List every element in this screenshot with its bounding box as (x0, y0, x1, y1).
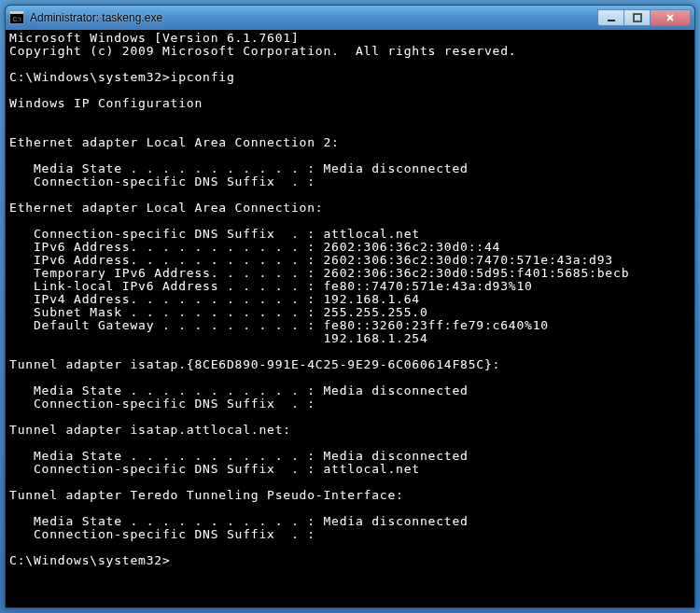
console-line (9, 215, 691, 228)
console-line: Connection-specific DNS Suffix . : attlo… (9, 228, 691, 241)
console-line: C:\Windows\system32>ipconfig (9, 71, 691, 84)
console-line: IPv6 Address. . . . . . . . . . . : 2602… (9, 254, 691, 267)
console-line: Tunnel adapter isatap.{8CE6D890-991E-4C2… (9, 358, 691, 371)
console-line (9, 123, 691, 136)
console-line (9, 188, 691, 202)
console-line: IPv6 Address. . . . . . . . . . . : 2602… (9, 241, 691, 254)
console-line (9, 411, 691, 424)
console-line (9, 502, 691, 515)
svg-rect-1 (634, 14, 641, 21)
console-line (9, 110, 691, 123)
console-line: Ethernet adapter Local Area Connection 2… (9, 136, 691, 149)
console-line: 192.168.1.254 (9, 332, 691, 345)
titlebar[interactable]: C:\ Administrator: taskeng.exe (6, 6, 694, 30)
console-line: Connection-specific DNS Suffix . : (9, 175, 691, 188)
console-line: Tunnel adapter Teredo Tunneling Pseudo-I… (9, 489, 691, 502)
close-button[interactable] (650, 9, 691, 26)
window-controls (597, 9, 691, 26)
console-line: Temporary IPv6 Address. . . . . . : 2602… (9, 267, 691, 280)
console-line: Media State . . . . . . . . . . . : Medi… (9, 515, 691, 528)
console-output[interactable]: Microsoft Windows [Version 6.1.7601]Copy… (6, 30, 694, 607)
console-line (9, 541, 691, 554)
console-line (9, 84, 691, 97)
console-line: Tunnel adapter isatap.attlocal.net: (9, 424, 691, 437)
console-line (9, 437, 691, 450)
console-line: Ethernet adapter Local Area Connection: (9, 202, 691, 215)
console-line: Media State . . . . . . . . . . . : Medi… (9, 450, 691, 463)
console-line: Media State . . . . . . . . . . . : Medi… (9, 162, 691, 175)
maximize-button[interactable] (623, 9, 650, 26)
console-line: Link-local IPv6 Address . . . . . : fe80… (9, 280, 691, 293)
console-line: Connection-specific DNS Suffix . : (9, 397, 691, 411)
console-line: Microsoft Windows [Version 6.1.7601] (9, 32, 691, 45)
window-title: Administrator: taskeng.exe (30, 11, 597, 24)
console-line: Media State . . . . . . . . . . . : Medi… (9, 384, 691, 397)
console-line (9, 476, 691, 489)
console-window: C:\ Administrator: taskeng.exe Microsoft… (5, 5, 695, 608)
console-line: Copyright (c) 2009 Microsoft Corporation… (9, 45, 691, 58)
minimize-button[interactable] (597, 9, 623, 26)
console-line: Windows IP Configuration (9, 97, 691, 110)
console-line: Default Gateway . . . . . . . . . : fe80… (9, 319, 691, 332)
console-line: Subnet Mask . . . . . . . . . . . : 255.… (9, 306, 691, 319)
console-line: Connection-specific DNS Suffix . : (9, 528, 691, 541)
console-line: IPv4 Address. . . . . . . . . . . : 192.… (9, 293, 691, 306)
console-line (9, 345, 691, 358)
svg-rect-0 (608, 20, 615, 21)
console-line (9, 371, 691, 384)
console-line (9, 58, 691, 71)
console-line (9, 149, 691, 162)
console-line: Connection-specific DNS Suffix . : attlo… (9, 463, 691, 476)
cmd-icon: C:\ (9, 11, 24, 24)
console-line: C:\Windows\system32> (9, 554, 691, 567)
